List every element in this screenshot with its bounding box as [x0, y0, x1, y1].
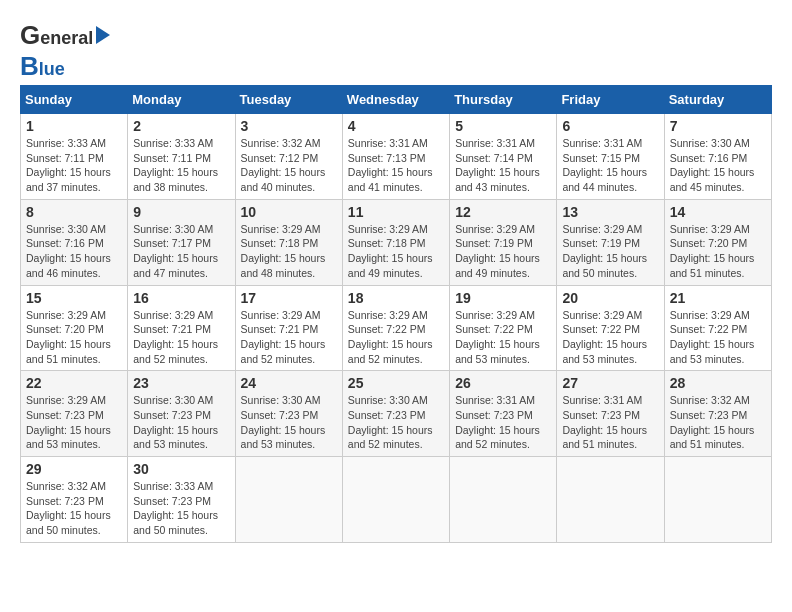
day-info: Sunrise: 3:31 AM Sunset: 7:23 PM Dayligh…	[562, 393, 658, 452]
day-info: Sunrise: 3:30 AM Sunset: 7:16 PM Dayligh…	[26, 222, 122, 281]
day-number: 11	[348, 204, 444, 220]
day-info: Sunrise: 3:29 AM Sunset: 7:22 PM Dayligh…	[562, 308, 658, 367]
day-number: 4	[348, 118, 444, 134]
calendar-cell: 13Sunrise: 3:29 AM Sunset: 7:19 PM Dayli…	[557, 199, 664, 285]
day-number: 18	[348, 290, 444, 306]
day-number: 21	[670, 290, 766, 306]
calendar-cell: 27Sunrise: 3:31 AM Sunset: 7:23 PM Dayli…	[557, 371, 664, 457]
calendar-cell: 15Sunrise: 3:29 AM Sunset: 7:20 PM Dayli…	[21, 285, 128, 371]
page-header: G eneral B lue	[20, 20, 772, 75]
day-info: Sunrise: 3:29 AM Sunset: 7:20 PM Dayligh…	[26, 308, 122, 367]
day-info: Sunrise: 3:29 AM Sunset: 7:21 PM Dayligh…	[133, 308, 229, 367]
calendar-cell	[664, 457, 771, 543]
logo-lue: lue	[39, 59, 65, 80]
day-info: Sunrise: 3:29 AM Sunset: 7:18 PM Dayligh…	[348, 222, 444, 281]
day-number: 10	[241, 204, 337, 220]
day-info: Sunrise: 3:32 AM Sunset: 7:12 PM Dayligh…	[241, 136, 337, 195]
day-info: Sunrise: 3:30 AM Sunset: 7:23 PM Dayligh…	[133, 393, 229, 452]
day-info: Sunrise: 3:29 AM Sunset: 7:21 PM Dayligh…	[241, 308, 337, 367]
day-info: Sunrise: 3:31 AM Sunset: 7:15 PM Dayligh…	[562, 136, 658, 195]
day-number: 23	[133, 375, 229, 391]
day-number: 3	[241, 118, 337, 134]
day-info: Sunrise: 3:29 AM Sunset: 7:19 PM Dayligh…	[455, 222, 551, 281]
calendar-cell: 7Sunrise: 3:30 AM Sunset: 7:16 PM Daylig…	[664, 114, 771, 200]
calendar-cell: 25Sunrise: 3:30 AM Sunset: 7:23 PM Dayli…	[342, 371, 449, 457]
day-number: 12	[455, 204, 551, 220]
calendar-cell: 17Sunrise: 3:29 AM Sunset: 7:21 PM Dayli…	[235, 285, 342, 371]
day-number: 13	[562, 204, 658, 220]
day-number: 20	[562, 290, 658, 306]
weekday-header-monday: Monday	[128, 86, 235, 114]
day-number: 14	[670, 204, 766, 220]
day-info: Sunrise: 3:33 AM Sunset: 7:23 PM Dayligh…	[133, 479, 229, 538]
calendar-cell: 23Sunrise: 3:30 AM Sunset: 7:23 PM Dayli…	[128, 371, 235, 457]
calendar-cell: 24Sunrise: 3:30 AM Sunset: 7:23 PM Dayli…	[235, 371, 342, 457]
calendar-cell: 11Sunrise: 3:29 AM Sunset: 7:18 PM Dayli…	[342, 199, 449, 285]
calendar-cell	[557, 457, 664, 543]
weekday-header-friday: Friday	[557, 86, 664, 114]
day-number: 19	[455, 290, 551, 306]
weekday-header-saturday: Saturday	[664, 86, 771, 114]
logo-b: B	[20, 51, 39, 82]
calendar-week-1: 1Sunrise: 3:33 AM Sunset: 7:11 PM Daylig…	[21, 114, 772, 200]
calendar-cell: 22Sunrise: 3:29 AM Sunset: 7:23 PM Dayli…	[21, 371, 128, 457]
day-info: Sunrise: 3:31 AM Sunset: 7:23 PM Dayligh…	[455, 393, 551, 452]
calendar-cell: 18Sunrise: 3:29 AM Sunset: 7:22 PM Dayli…	[342, 285, 449, 371]
calendar-cell: 5Sunrise: 3:31 AM Sunset: 7:14 PM Daylig…	[450, 114, 557, 200]
calendar-cell: 6Sunrise: 3:31 AM Sunset: 7:15 PM Daylig…	[557, 114, 664, 200]
calendar-cell: 29Sunrise: 3:32 AM Sunset: 7:23 PM Dayli…	[21, 457, 128, 543]
day-number: 5	[455, 118, 551, 134]
logo-eneral: eneral	[40, 28, 93, 49]
weekday-header-wednesday: Wednesday	[342, 86, 449, 114]
calendar-cell: 28Sunrise: 3:32 AM Sunset: 7:23 PM Dayli…	[664, 371, 771, 457]
calendar-cell: 2Sunrise: 3:33 AM Sunset: 7:11 PM Daylig…	[128, 114, 235, 200]
day-number: 27	[562, 375, 658, 391]
calendar-cell: 16Sunrise: 3:29 AM Sunset: 7:21 PM Dayli…	[128, 285, 235, 371]
calendar-cell: 26Sunrise: 3:31 AM Sunset: 7:23 PM Dayli…	[450, 371, 557, 457]
day-info: Sunrise: 3:29 AM Sunset: 7:22 PM Dayligh…	[455, 308, 551, 367]
day-number: 29	[26, 461, 122, 477]
day-number: 26	[455, 375, 551, 391]
day-number: 16	[133, 290, 229, 306]
calendar-cell: 30Sunrise: 3:33 AM Sunset: 7:23 PM Dayli…	[128, 457, 235, 543]
day-info: Sunrise: 3:33 AM Sunset: 7:11 PM Dayligh…	[133, 136, 229, 195]
day-info: Sunrise: 3:29 AM Sunset: 7:23 PM Dayligh…	[26, 393, 122, 452]
day-info: Sunrise: 3:31 AM Sunset: 7:14 PM Dayligh…	[455, 136, 551, 195]
logo-arrow-icon	[96, 26, 110, 44]
calendar-cell: 12Sunrise: 3:29 AM Sunset: 7:19 PM Dayli…	[450, 199, 557, 285]
calendar-week-5: 29Sunrise: 3:32 AM Sunset: 7:23 PM Dayli…	[21, 457, 772, 543]
day-info: Sunrise: 3:30 AM Sunset: 7:23 PM Dayligh…	[348, 393, 444, 452]
day-number: 7	[670, 118, 766, 134]
day-info: Sunrise: 3:30 AM Sunset: 7:23 PM Dayligh…	[241, 393, 337, 452]
day-info: Sunrise: 3:29 AM Sunset: 7:22 PM Dayligh…	[348, 308, 444, 367]
weekday-header-thursday: Thursday	[450, 86, 557, 114]
day-number: 22	[26, 375, 122, 391]
day-info: Sunrise: 3:29 AM Sunset: 7:18 PM Dayligh…	[241, 222, 337, 281]
calendar-cell: 3Sunrise: 3:32 AM Sunset: 7:12 PM Daylig…	[235, 114, 342, 200]
day-number: 28	[670, 375, 766, 391]
calendar-week-3: 15Sunrise: 3:29 AM Sunset: 7:20 PM Dayli…	[21, 285, 772, 371]
day-number: 9	[133, 204, 229, 220]
weekday-header-tuesday: Tuesday	[235, 86, 342, 114]
day-info: Sunrise: 3:32 AM Sunset: 7:23 PM Dayligh…	[670, 393, 766, 452]
calendar-cell	[235, 457, 342, 543]
day-number: 24	[241, 375, 337, 391]
day-info: Sunrise: 3:30 AM Sunset: 7:17 PM Dayligh…	[133, 222, 229, 281]
day-info: Sunrise: 3:29 AM Sunset: 7:20 PM Dayligh…	[670, 222, 766, 281]
day-number: 25	[348, 375, 444, 391]
calendar-header-row: SundayMondayTuesdayWednesdayThursdayFrid…	[21, 86, 772, 114]
day-number: 1	[26, 118, 122, 134]
calendar-cell: 1Sunrise: 3:33 AM Sunset: 7:11 PM Daylig…	[21, 114, 128, 200]
calendar-cell: 14Sunrise: 3:29 AM Sunset: 7:20 PM Dayli…	[664, 199, 771, 285]
day-info: Sunrise: 3:32 AM Sunset: 7:23 PM Dayligh…	[26, 479, 122, 538]
calendar-cell: 20Sunrise: 3:29 AM Sunset: 7:22 PM Dayli…	[557, 285, 664, 371]
calendar-cell	[342, 457, 449, 543]
day-number: 30	[133, 461, 229, 477]
day-info: Sunrise: 3:30 AM Sunset: 7:16 PM Dayligh…	[670, 136, 766, 195]
logo-g: G	[20, 20, 40, 51]
day-number: 17	[241, 290, 337, 306]
calendar-cell: 4Sunrise: 3:31 AM Sunset: 7:13 PM Daylig…	[342, 114, 449, 200]
day-info: Sunrise: 3:29 AM Sunset: 7:22 PM Dayligh…	[670, 308, 766, 367]
day-number: 6	[562, 118, 658, 134]
day-info: Sunrise: 3:31 AM Sunset: 7:13 PM Dayligh…	[348, 136, 444, 195]
